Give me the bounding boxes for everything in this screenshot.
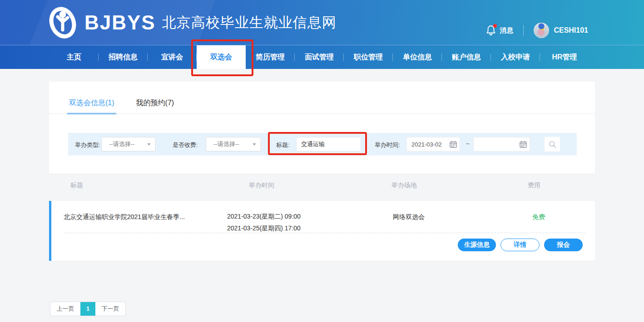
tab-fair-info[interactable]: 双选会信息(1) bbox=[67, 98, 116, 114]
nav-item-position-mgmt[interactable]: 职位管理 bbox=[344, 45, 393, 69]
panel-tabs: 双选会信息(1) 我的预约(7) bbox=[67, 98, 176, 114]
nav-item-info-session[interactable]: 宣讲会 bbox=[148, 45, 197, 69]
site-name: 北京高校毕业生就业信息网 bbox=[162, 13, 337, 32]
logo-text: BJBYS bbox=[84, 11, 156, 34]
fee-filter-label: 是否收费: bbox=[173, 141, 198, 149]
current-page[interactable]: 1 bbox=[80, 302, 95, 316]
avatar[interactable] bbox=[534, 23, 549, 38]
row-title[interactable]: 北京交通运输职业学院2021届毕业生春季... bbox=[64, 213, 218, 221]
nav-item-home[interactable]: 主页 bbox=[50, 45, 99, 69]
unread-dot bbox=[493, 24, 497, 28]
col-header-venue: 举办场地 bbox=[391, 181, 417, 190]
row-time-start: 2021-03-23(星期二) 09:00 bbox=[227, 213, 301, 221]
type-select-value: --请选择-- bbox=[109, 141, 134, 147]
type-filter-label: 举办类型: bbox=[75, 141, 100, 149]
row-divider bbox=[64, 233, 585, 233]
pagination: 上一页 1 下一页 bbox=[50, 302, 126, 316]
page: BJBYS 北京高校毕业生就业信息网 消息 CESHI101 主页 招聘信息 宣… bbox=[0, 0, 644, 322]
nav-item-job-fair[interactable]: 双选会 bbox=[197, 45, 246, 69]
nav-items: 主页 招聘信息 宣讲会 双选会 简历管理 面试管理 职位管理 单位信息 账户信息… bbox=[50, 45, 589, 69]
username[interactable]: CESHI101 bbox=[554, 26, 588, 34]
person-logo-icon bbox=[45, 6, 80, 39]
date-to-field bbox=[473, 137, 530, 151]
nav-item-interview-mgmt[interactable]: 面试管理 bbox=[295, 45, 344, 69]
main-nav: 主页 招聘信息 宣讲会 双选会 简历管理 面试管理 职位管理 单位信息 账户信息… bbox=[0, 45, 644, 69]
tab-my-reservations[interactable]: 我的预约(7) bbox=[134, 98, 176, 114]
title-filter-label: 标题: bbox=[276, 141, 290, 149]
nav-item-recruit-info[interactable]: 招聘信息 bbox=[99, 45, 148, 69]
user-area-divider bbox=[523, 25, 524, 36]
logo[interactable]: BJBYS 北京高校毕业生就业信息网 bbox=[45, 6, 337, 39]
next-page-button[interactable]: 下一页 bbox=[95, 302, 125, 316]
time-filter-label: 举办时间: bbox=[375, 141, 400, 149]
prev-page-button[interactable]: 上一页 bbox=[50, 302, 80, 316]
date-from-field bbox=[406, 137, 460, 151]
nav-item-campus-entry[interactable]: 入校申请 bbox=[491, 45, 540, 69]
col-header-title: 标题 bbox=[70, 181, 83, 190]
fair-panel: 双选会信息(1) 我的预约(7) 举办类型: --请选择-- 是否收费: --请… bbox=[49, 82, 595, 174]
notifications-button[interactable] bbox=[486, 25, 496, 36]
table-row: 北京交通运输职业学院2021届毕业生春季... 2021-03-23(星期二) … bbox=[49, 201, 595, 261]
calendar-icon[interactable] bbox=[450, 141, 457, 148]
fee-select[interactable]: --请选择-- bbox=[206, 137, 261, 151]
col-header-time: 举办时间 bbox=[249, 181, 274, 190]
search-icon bbox=[549, 141, 556, 148]
results-table-header: 标题 举办时间 举办场地 费用 bbox=[49, 181, 595, 192]
search-button[interactable] bbox=[544, 137, 560, 152]
top-header: BJBYS 北京高校毕业生就业信息网 消息 CESHI101 bbox=[0, 0, 644, 45]
details-button[interactable]: 详情 bbox=[500, 239, 540, 251]
messages-label[interactable]: 消息 bbox=[500, 26, 513, 35]
type-select[interactable]: --请选择-- bbox=[101, 137, 156, 151]
nav-item-resume-mgmt[interactable]: 简历管理 bbox=[246, 45, 295, 69]
student-source-button[interactable]: 生源信息 bbox=[458, 239, 496, 251]
row-time-end: 2021-03-25(星期四) 17:00 bbox=[227, 224, 301, 233]
nav-item-hr-mgmt[interactable]: HR管理 bbox=[540, 45, 589, 69]
fee-select-value: --请选择-- bbox=[213, 141, 239, 147]
col-header-fee: 费用 bbox=[528, 181, 540, 190]
register-button[interactable]: 报会 bbox=[544, 239, 583, 251]
row-fee-badge: 免费 bbox=[532, 213, 545, 221]
row-accent-bar bbox=[49, 201, 51, 261]
calendar-icon[interactable] bbox=[520, 141, 527, 148]
title-filter-input[interactable] bbox=[296, 137, 361, 151]
row-venue: 网络双选会 bbox=[393, 213, 425, 221]
date-range-separator: ~ bbox=[466, 140, 470, 147]
nav-item-company-info[interactable]: 单位信息 bbox=[393, 45, 442, 69]
tabs-divider bbox=[49, 113, 595, 114]
nav-item-account-info[interactable]: 账户信息 bbox=[442, 45, 491, 69]
filter-bar: 举办类型: --请选择-- 是否收费: --请选择-- 标题: 举办时间: bbox=[68, 133, 577, 156]
user-area: 消息 CESHI101 bbox=[486, 22, 588, 39]
